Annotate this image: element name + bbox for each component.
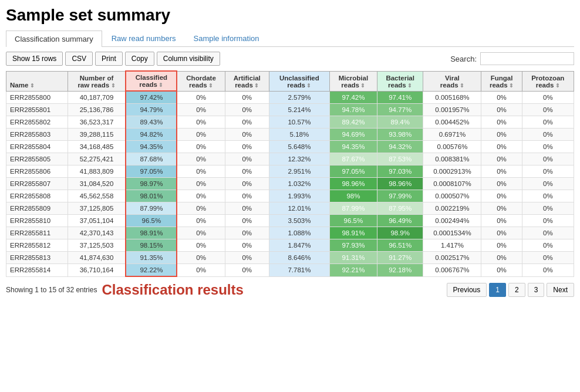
cell-protozoan: 0% [522, 116, 574, 129]
cell-artificial: 0% [225, 264, 269, 277]
col-bacterial-reads[interactable]: Bacterialreads [377, 71, 423, 91]
col-viral-reads[interactable]: Viralreads [423, 71, 481, 91]
cell-raw: 36,523,317 [68, 116, 126, 129]
cell-classified: 87.68% [126, 153, 177, 165]
cell-viral: 0.00576% [423, 141, 481, 153]
cell-name: ERR2855804 [6, 141, 68, 153]
cell-raw: 25,136,786 [68, 104, 126, 116]
cell-fungal: 0% [481, 252, 522, 264]
cell-bacterial: 89.4% [377, 116, 423, 129]
col-chordate-reads[interactable]: Chordatereads [177, 71, 225, 91]
cell-chordate: 0% [177, 264, 225, 277]
col-unclassified-reads[interactable]: Unclassifiedreads [269, 71, 329, 91]
cell-artificial: 0% [225, 116, 269, 129]
page-2-button[interactable]: 2 [508, 283, 525, 297]
tab-classification-summary[interactable]: Classification summary [6, 31, 102, 47]
cell-name: ERR2855803 [6, 129, 68, 141]
next-button[interactable]: Next [547, 283, 574, 297]
page-title: Sample set summary [6, 6, 574, 25]
cell-chordate: 0% [177, 141, 225, 153]
tab-raw-read-numbers[interactable]: Raw read numbers [103, 31, 184, 46]
cell-chordate: 0% [177, 104, 225, 116]
table-row: ERR2855806 41,883,809 97.05% 0% 0% 2.951… [6, 165, 574, 178]
cell-artificial: 0% [225, 252, 269, 264]
cell-microbial: 92.21% [329, 264, 377, 277]
cell-artificial: 0% [225, 129, 269, 141]
cell-fungal: 0% [481, 215, 522, 227]
cell-raw: 36,710,164 [68, 264, 126, 277]
table-row: ERR2855804 34,168,485 94.35% 0% 0% 5.648… [6, 141, 574, 153]
search-label: Search: [450, 55, 477, 63]
col-classified-reads[interactable]: Classifiedreads [126, 71, 177, 91]
tab-sample-information[interactable]: Sample information [185, 31, 267, 46]
print-button[interactable]: Print [95, 52, 123, 66]
cell-microbial: 87.99% [329, 202, 377, 215]
cell-chordate: 0% [177, 190, 225, 202]
cell-unclassified: 5.214% [269, 104, 329, 116]
cell-bacterial: 92.18% [377, 264, 423, 277]
table-row: ERR2855805 52,275,421 87.68% 0% 0% 12.32… [6, 153, 574, 165]
cell-chordate: 0% [177, 165, 225, 178]
cell-name: ERR2855806 [6, 165, 68, 178]
cell-protozoan: 0% [522, 91, 574, 104]
cell-name: ERR2855801 [6, 104, 68, 116]
page-3-button[interactable]: 3 [528, 283, 545, 297]
cell-artificial: 0% [225, 165, 269, 178]
search-input[interactable] [480, 52, 574, 65]
page-1-button[interactable]: 1 [489, 283, 506, 297]
csv-button[interactable]: CSV [65, 52, 93, 66]
cell-classified: 98.15% [126, 239, 177, 252]
cell-bacterial: 94.32% [377, 141, 423, 153]
cell-raw: 37,125,805 [68, 202, 126, 215]
cell-unclassified: 1.088% [269, 227, 329, 239]
cell-name: ERR2855807 [6, 178, 68, 190]
copy-button[interactable]: Copy [125, 52, 154, 66]
cell-unclassified: 1.993% [269, 190, 329, 202]
show-rows-button[interactable]: Show 15 rows [6, 52, 63, 66]
cell-protozoan: 0% [522, 227, 574, 239]
table-row: ERR2855812 37,125,503 98.15% 0% 0% 1.847… [6, 239, 574, 252]
cell-classified: 98.01% [126, 190, 177, 202]
cell-name: ERR2855810 [6, 215, 68, 227]
cell-protozoan: 0% [522, 215, 574, 227]
col-protozoan-reads[interactable]: Protozoanreads [522, 71, 574, 91]
cell-bacterial: 87.53% [377, 153, 423, 165]
cell-raw: 45,562,558 [68, 190, 126, 202]
cell-microbial: 97.42% [329, 91, 377, 104]
cell-unclassified: 5.18% [269, 129, 329, 141]
cell-microbial: 89.42% [329, 116, 377, 129]
col-raw-reads[interactable]: Number ofraw reads [68, 71, 126, 91]
cell-unclassified: 2.579% [269, 91, 329, 104]
cell-name: ERR2855809 [6, 202, 68, 215]
data-table: Name Number ofraw reads Classifiedreads … [6, 70, 574, 277]
cell-unclassified: 12.32% [269, 153, 329, 165]
table-row: ERR2855809 37,125,805 87.99% 0% 0% 12.01… [6, 202, 574, 215]
prev-button[interactable]: Previous [447, 283, 487, 297]
cell-name: ERR2855812 [6, 239, 68, 252]
col-name[interactable]: Name [6, 71, 68, 91]
col-microbial-reads[interactable]: Microbialreads [329, 71, 377, 91]
cell-viral: 0.004452% [423, 116, 481, 129]
cell-chordate: 0% [177, 178, 225, 190]
table-row: ERR2855800 40,187,709 97.42% 0% 0% 2.579… [6, 91, 574, 104]
cell-microbial: 94.78% [329, 104, 377, 116]
cell-viral: 0.002219% [423, 202, 481, 215]
tab-bar: Classification summary Raw read numbers … [6, 31, 574, 47]
table-row: ERR2855807 31,084,520 98.97% 0% 0% 1.032… [6, 178, 574, 190]
table-row: ERR2855801 25,136,786 94.79% 0% 0% 5.214… [6, 104, 574, 116]
cell-artificial: 0% [225, 178, 269, 190]
col-fungal-reads[interactable]: Fungalreads [481, 71, 522, 91]
cell-name: ERR2855813 [6, 252, 68, 264]
cell-fungal: 0% [481, 129, 522, 141]
cell-protozoan: 0% [522, 104, 574, 116]
cell-viral: 0.002517% [423, 252, 481, 264]
cell-viral: 0.002494% [423, 215, 481, 227]
cell-microbial: 94.69% [329, 129, 377, 141]
cell-classified: 92.22% [126, 264, 177, 277]
column-visibility-button[interactable]: Column visibility [157, 52, 220, 66]
cell-bacterial: 94.77% [377, 104, 423, 116]
cell-fungal: 0% [481, 264, 522, 277]
cell-viral: 0.0008107% [423, 178, 481, 190]
cell-protozoan: 0% [522, 202, 574, 215]
col-artificial-reads[interactable]: Artificialreads [225, 71, 269, 91]
